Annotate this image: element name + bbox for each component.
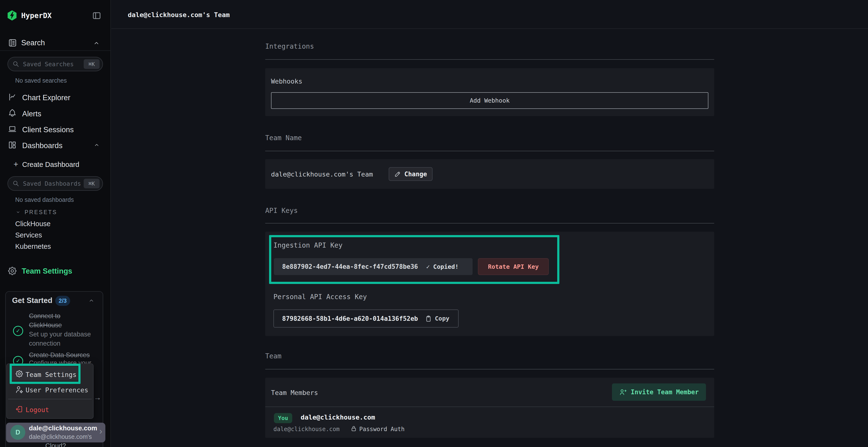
gear-icon [7,266,18,276]
user-plus-icon [619,388,627,396]
step-subtitle-line: Set up your database [29,330,91,339]
get-started-step-2-title: Create Data Sources [29,351,90,359]
alerts-bell-icon [8,108,17,117]
ingestion-api-key-value: 8e887902-4ed7-44ea-8fec-f47cd578be36 [282,263,418,270]
personal-api-key-value: 87982668-58b1-4d6e-a620-014a136f52eb [282,315,418,322]
ingestion-api-key-chip[interactable]: 8e887902-4ed7-44ea-8fec-f47cd578be36 ✓ C… [274,258,472,275]
chevron-right-icon: › [99,426,102,437]
team-name-value: dale@clickhouse.com's Team [271,171,373,178]
user-gear-icon [15,385,24,394]
section-divider [265,369,714,370]
progress-badge: 2/3 [55,296,70,306]
copy-button-label: Copy [435,315,450,322]
saved-dashboards-placeholder: Saved Dashboards [23,180,84,187]
create-dashboard-button[interactable]: Create Dashboard [22,161,79,169]
plus-icon: + [13,160,18,169]
preset-services[interactable]: Services [15,231,42,239]
search-section-icon [8,38,18,48]
card-divider [265,407,714,407]
invite-button-label: Invite Team Member [631,388,699,396]
sidebar-item-team-settings[interactable]: Team Settings [22,267,72,276]
sidebar-divider [0,50,111,51]
you-badge: You [274,413,292,423]
search-icon [12,180,20,187]
step-title-line: Connect to [29,311,91,320]
saved-dashboards-input[interactable]: Saved Dashboards ⌘K [7,176,103,191]
copied-status-label: Copied! [433,263,459,270]
shortcut-badge: ⌘K [84,179,100,188]
menu-item-logout[interactable]: Logout [26,406,49,414]
api-keys-heading: API Keys [265,207,298,215]
section-divider [265,59,714,60]
rotate-api-key-button[interactable]: Rotate API Key [478,258,549,275]
integrations-heading: Integrations [265,42,314,50]
get-started-title: Get Started [12,296,52,305]
saved-searches-input[interactable]: Saved Searches ⌘K [7,57,103,71]
personal-api-key-label: Personal API Access Key [273,293,367,301]
client-sessions-laptop-icon [8,124,17,133]
member-name: dale@clickhouse.com [301,414,375,421]
chevron-up-icon[interactable] [93,40,100,46]
member-email: dale@clickhouse.com [273,426,340,433]
team-name-heading: Team Name [265,134,302,142]
sidebar-item-client-sessions[interactable]: Client Sessions [22,126,74,134]
logout-icon [15,405,23,413]
collapse-sidebar-icon[interactable] [92,10,102,21]
section-divider [265,151,714,151]
preset-kubernetes[interactable]: Kubernetes [15,243,51,250]
auth-method-label: Password Auth [359,426,405,433]
sidebar: HyperDX Search Saved Searches ⌘K No save… [0,0,111,447]
chevron-down-icon[interactable] [15,210,21,214]
pencil-icon [394,171,401,177]
hyperdx-logo-icon [6,10,18,21]
user-email-title: dale@clickhouse.com [29,424,97,432]
avatar: D [10,425,25,440]
saved-searches-placeholder: Saved Searches [23,61,84,68]
step-subtitle-line: connection [29,339,91,348]
team-members-label: Team Members [271,389,318,397]
team-heading: Team [265,352,281,360]
search-icon [12,61,20,68]
chart-explorer-icon [8,93,17,102]
menu-divider [8,399,92,399]
presets-group-label[interactable]: PRESETS [25,209,57,215]
shortcut-badge: ⌘K [84,59,100,69]
arrow-right-icon: → [94,393,101,402]
invite-team-member-button[interactable]: Invite Team Member [612,383,706,401]
sidebar-item-search[interactable]: Search [21,38,45,47]
dashboards-grid-icon [8,140,17,149]
menu-item-user-preferences[interactable]: User Preferences [26,386,88,394]
sidebar-item-dashboards[interactable]: Dashboards [22,141,62,150]
webhooks-label: Webhooks [271,77,302,85]
step-complete-check-icon: ✓ [13,326,23,336]
brand-title: HyperDX [21,11,52,20]
personal-api-key-chip[interactable]: 87982668-58b1-4d6e-a620-014a136f52eb Cop… [273,309,459,328]
preset-clickhouse[interactable]: ClickHouse [15,220,51,228]
get-started-footer-partial[interactable]: Cloud? [45,442,66,447]
add-webhook-button[interactable]: Add Webhook [271,92,708,109]
chevron-up-icon[interactable] [88,298,95,304]
clipboard-icon [425,315,432,322]
no-saved-searches-text: No saved searches [15,77,67,84]
gear-icon [15,370,24,378]
change-team-name-button[interactable]: Change [389,167,433,181]
step-title-line: ClickHouse [29,320,91,330]
menu-item-team-settings-label[interactable]: Team Settings [26,371,76,378]
get-started-step-1: Connect to ClickHouse Set up your databa… [29,311,91,348]
check-icon: ✓ [426,263,430,270]
user-team-subtitle: dale@clickhouse.com's [29,433,92,440]
page-title: dale@clickhouse.com's Team [128,11,230,19]
section-divider [265,223,714,224]
sidebar-item-alerts[interactable]: Alerts [22,110,41,118]
chevron-up-icon[interactable] [93,142,100,148]
app-window: HyperDX Search Saved Searches ⌘K No save… [0,0,868,447]
change-button-label: Change [404,171,427,178]
ingestion-api-key-label: Ingestion API Key [273,241,343,249]
no-saved-dashboards-text: No saved dashboards [15,196,74,203]
lock-icon [350,425,357,432]
sidebar-item-chart-explorer[interactable]: Chart Explorer [22,94,70,102]
